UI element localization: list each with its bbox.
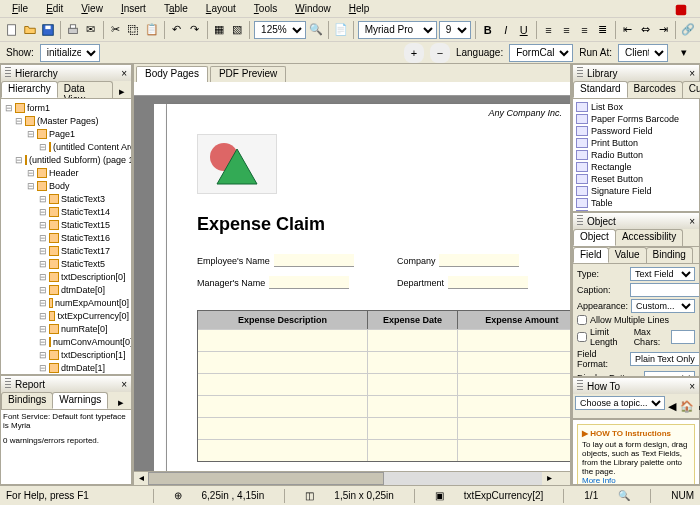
remove-script-button[interactable]: − [430, 43, 450, 63]
library-item[interactable]: Text Field [575, 209, 697, 211]
canvas-hscrollbar[interactable]: ◂ ▸ [134, 471, 570, 485]
print-button[interactable] [65, 20, 81, 40]
font-select[interactable]: Myriad Pro [358, 21, 437, 39]
tree-node[interactable]: ⊟ Page1 [3, 127, 129, 140]
tab-accessibility[interactable]: Accessibility [615, 229, 683, 246]
add-script-button[interactable]: + [404, 43, 424, 63]
table-row[interactable] [198, 329, 570, 351]
close-icon[interactable]: × [689, 68, 695, 79]
tab-warnings[interactable]: Warnings [52, 392, 108, 409]
paste-button[interactable]: 📋 [144, 20, 160, 40]
tree-node[interactable]: ⊟ txtExpCurrency[0] [3, 309, 129, 322]
menu-tools[interactable]: Tools [246, 2, 285, 15]
library-item[interactable]: Reset Button [575, 173, 697, 185]
tab-barcodes[interactable]: Barcodes [627, 81, 683, 98]
tree-node[interactable]: ⊟ dtmDate[0] [3, 283, 129, 296]
tree-node[interactable]: ⊟ Body [3, 179, 129, 192]
displaypattern-select[interactable] [644, 371, 695, 376]
runat-select[interactable]: Client [618, 44, 668, 62]
library-item[interactable]: Paper Forms Barcode [575, 113, 697, 125]
doc-button[interactable]: 📄 [333, 20, 349, 40]
new-button[interactable] [4, 20, 20, 40]
tree-node[interactable]: ⊟ dtmDate[1] [3, 361, 129, 374]
report-panel-title[interactable]: Report × [1, 376, 131, 392]
zoom-select[interactable]: 125% [254, 21, 306, 39]
copy-button[interactable]: ⿻ [126, 20, 142, 40]
library-item[interactable]: Print Button [575, 137, 697, 149]
tree-node[interactable]: ⊟ numRate[0] [3, 322, 129, 335]
tree-node[interactable]: ⊟ txtDescription[1] [3, 348, 129, 361]
ungroup-button[interactable]: ▧ [229, 20, 245, 40]
table-row[interactable] [198, 351, 570, 373]
underline-button[interactable]: U [516, 20, 532, 40]
object-appearance-select[interactable]: Custom... [631, 299, 695, 313]
tab-pdf-preview[interactable]: PDF Preview [210, 66, 286, 82]
tree-node[interactable]: ⊟ txtDescription[0] [3, 270, 129, 283]
library-item[interactable]: Signature Field [575, 185, 697, 197]
library-panel-title[interactable]: Library [587, 68, 618, 79]
logo-placeholder[interactable] [197, 134, 277, 194]
tab-bindings[interactable]: Bindings [1, 392, 53, 409]
limitlength-checkbox[interactable] [577, 332, 587, 342]
cut-button[interactable]: ✂ [108, 20, 124, 40]
tab-standard[interactable]: Standard [573, 81, 628, 98]
howto-topic-select[interactable]: Choose a topic... [575, 396, 665, 410]
more-info-link[interactable]: More Info [582, 476, 616, 484]
close-icon[interactable]: × [121, 68, 127, 79]
align-center-button[interactable]: ≡ [558, 20, 574, 40]
tree-node[interactable]: ⊟ StaticText14 [3, 205, 129, 218]
tree-node[interactable]: ⊟ numExpAmount[0] [3, 296, 129, 309]
menu-window[interactable]: Window [287, 2, 339, 15]
home-icon[interactable]: 🏠 [679, 396, 695, 416]
browse-icon[interactable]: 🔍 [618, 490, 630, 501]
tree-node[interactable]: ⊟ Header [3, 166, 129, 179]
object-caption-input[interactable] [630, 283, 699, 297]
table-row[interactable] [198, 417, 570, 439]
form-page[interactable]: Any Company Inc. Expense Claim Employee'… [167, 104, 570, 471]
align-left-button[interactable]: ≡ [540, 20, 556, 40]
tree-node[interactable]: ⊟ StaticText17 [3, 244, 129, 257]
fieldformat-select[interactable]: Plain Text Only [630, 352, 699, 366]
redo-button[interactable]: ↷ [186, 20, 202, 40]
align-justify-button[interactable]: ≣ [595, 20, 611, 40]
tree-node[interactable]: ⊟ StaticText3 [3, 192, 129, 205]
valign-top-button[interactable]: ⇤ [619, 20, 635, 40]
canvas-scroll[interactable]: Any Company Inc. Expense Claim Employee'… [134, 96, 570, 471]
menu-help[interactable]: Help [341, 2, 378, 15]
howto-panel-title[interactable]: How To [587, 381, 620, 392]
library-item[interactable]: Radio Button [575, 149, 697, 161]
email-button[interactable]: ✉ [83, 20, 99, 40]
menu-insert[interactable]: Insert [113, 2, 154, 15]
menu-edit[interactable]: Edit [38, 2, 71, 15]
valign-mid-button[interactable]: ⇔ [637, 20, 653, 40]
zoom-out-icon[interactable]: 🔍 [308, 20, 324, 40]
tree-node[interactable]: ⊟ (untitled Subform) (page 1) [3, 153, 129, 166]
language-select[interactable]: FormCalc [509, 44, 573, 62]
employee-name-field[interactable]: Employee's Name [197, 254, 354, 267]
font-size-select[interactable]: 9 [439, 21, 471, 39]
table-row[interactable] [198, 395, 570, 417]
multiline-checkbox[interactable] [577, 315, 587, 325]
manager-name-field[interactable]: Manager's Name [197, 276, 349, 289]
italic-button[interactable]: I [498, 20, 514, 40]
open-button[interactable] [22, 20, 38, 40]
tab-hierarchy[interactable]: Hierarchy [1, 81, 58, 98]
tree-node[interactable]: ⊟ (Master Pages) [3, 114, 129, 127]
table-row[interactable] [198, 373, 570, 395]
company-field[interactable]: Company [397, 254, 520, 267]
library-item[interactable]: List Box [575, 101, 697, 113]
menu-file[interactable]: File [4, 2, 36, 15]
valign-bot-button[interactable]: ⇥ [655, 20, 671, 40]
tab-object[interactable]: Object [573, 229, 616, 246]
menu-layout[interactable]: Layout [198, 2, 244, 15]
close-icon[interactable]: × [689, 381, 695, 392]
tree-node[interactable]: ⊟ form1 [3, 101, 129, 114]
object-panel-title[interactable]: Object [587, 216, 616, 227]
tree-node[interactable]: ⊟ StaticText15 [3, 218, 129, 231]
tree-node[interactable]: ⊟ (untitled Content Area [3, 140, 129, 153]
close-icon[interactable]: × [689, 216, 695, 227]
undo-button[interactable]: ↶ [168, 20, 184, 40]
menu-view[interactable]: View [73, 2, 111, 15]
tree-node[interactable]: ⊟ StaticText16 [3, 231, 129, 244]
library-item[interactable]: Password Field [575, 125, 697, 137]
